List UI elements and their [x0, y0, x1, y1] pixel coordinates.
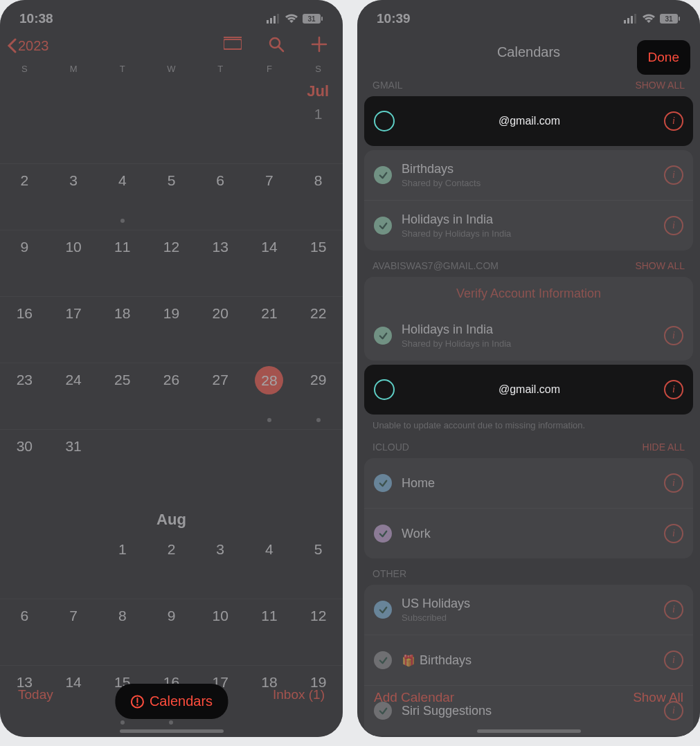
home-indicator[interactable]: [120, 729, 224, 733]
day-cell[interactable]: 3: [196, 533, 245, 599]
day-cell[interactable]: 27: [196, 363, 245, 429]
info-icon[interactable]: i: [664, 600, 683, 619]
list-view-icon[interactable]: [224, 37, 242, 55]
info-icon[interactable]: i: [664, 524, 683, 543]
day-cell[interactable]: 31: [49, 430, 98, 495]
calendar-row[interactable]: Holidays in IndiaShared by Holidays in I…: [364, 200, 693, 251]
day-cell[interactable]: 6: [196, 164, 245, 230]
day-cell[interactable]: 9: [0, 230, 49, 296]
unchecked-ring-icon[interactable]: [374, 379, 395, 400]
day-cell[interactable]: 24: [49, 363, 98, 429]
day-cell[interactable]: [245, 98, 294, 163]
day-cell[interactable]: 14: [245, 230, 294, 296]
day-cell[interactable]: 4: [98, 164, 147, 230]
checked-icon[interactable]: [374, 327, 392, 345]
day-cell[interactable]: 20: [196, 297, 245, 363]
unchecked-ring-icon[interactable]: [374, 111, 395, 131]
day-cell[interactable]: 9: [147, 599, 196, 665]
day-cell[interactable]: 23: [0, 363, 49, 429]
search-icon[interactable]: [268, 36, 285, 55]
info-icon[interactable]: i: [664, 165, 683, 185]
day-cell[interactable]: 12: [294, 599, 343, 665]
day-cell[interactable]: 30: [0, 430, 49, 495]
day-cell[interactable]: 5: [147, 164, 196, 230]
day-cell[interactable]: 18: [98, 297, 147, 363]
day-cell[interactable]: [0, 533, 49, 599]
calendar-title: Birthdays: [402, 162, 654, 176]
day-cell[interactable]: [98, 98, 147, 163]
month-label-aug[interactable]: Aug: [0, 511, 343, 529]
calendars-button[interactable]: Calendars: [115, 684, 228, 719]
day-cell[interactable]: 15: [294, 230, 343, 296]
day-cell[interactable]: 8: [98, 599, 147, 665]
inbox-button[interactable]: Inbox (1): [273, 687, 325, 702]
day-cell[interactable]: 11: [98, 230, 147, 296]
day-cell[interactable]: 2: [147, 533, 196, 599]
today-button[interactable]: Today: [18, 687, 53, 702]
day-cell[interactable]: 28: [245, 363, 294, 429]
day-cell[interactable]: 7: [49, 599, 98, 665]
verify-account-button[interactable]: Verify Account Information: [364, 277, 693, 311]
calendar-row[interactable]: Worki: [364, 508, 693, 558]
checked-icon[interactable]: [374, 525, 392, 543]
calendar-row[interactable]: Holidays in IndiaShared by Holidays in I…: [364, 311, 693, 361]
checked-icon[interactable]: [374, 166, 392, 184]
info-icon[interactable]: i: [664, 651, 683, 670]
show-all-button[interactable]: Show All: [633, 690, 683, 705]
info-icon[interactable]: i: [664, 380, 683, 399]
ava-account-row[interactable]: @gmail.com i: [364, 365, 693, 415]
day-cell[interactable]: 26: [147, 363, 196, 429]
day-cell[interactable]: [147, 98, 196, 163]
gmail-account-row[interactable]: @gmail.com i: [364, 96, 693, 146]
day-cell[interactable]: 16: [0, 297, 49, 363]
day-cell[interactable]: 13: [196, 230, 245, 296]
day-cell[interactable]: 2: [0, 164, 49, 230]
day-cell[interactable]: 11: [245, 599, 294, 665]
day-cell[interactable]: 25: [98, 363, 147, 429]
day-cell[interactable]: 22: [294, 297, 343, 363]
hide-all-icloud[interactable]: HIDE ALL: [643, 442, 685, 453]
day-cell[interactable]: 3: [49, 164, 98, 230]
day-cell[interactable]: [0, 98, 49, 163]
day-cell[interactable]: [147, 430, 196, 495]
day-cell[interactable]: 6: [0, 599, 49, 665]
show-all-gmail[interactable]: SHOW ALL: [635, 80, 685, 91]
day-cell[interactable]: 5: [294, 533, 343, 599]
day-cell[interactable]: 10: [49, 230, 98, 296]
day-cell[interactable]: 10: [196, 599, 245, 665]
show-all-ava[interactable]: SHOW ALL: [635, 260, 685, 271]
info-icon[interactable]: i: [664, 216, 683, 235]
calendar-row[interactable]: Homei: [364, 458, 693, 508]
day-cell[interactable]: 1: [98, 533, 147, 599]
day-cell[interactable]: [49, 533, 98, 599]
day-cell[interactable]: 8: [294, 164, 343, 230]
day-cell[interactable]: 19: [147, 297, 196, 363]
day-cell[interactable]: 12: [147, 230, 196, 296]
back-to-year-button[interactable]: 2023: [7, 38, 49, 54]
home-indicator[interactable]: [477, 729, 581, 733]
day-cell[interactable]: [196, 430, 245, 495]
info-icon[interactable]: i: [664, 326, 683, 345]
calendar-row[interactable]: BirthdaysShared by Contactsi: [364, 150, 693, 200]
day-cell[interactable]: [98, 430, 147, 495]
day-cell[interactable]: 4: [245, 533, 294, 599]
checked-icon[interactable]: [374, 601, 392, 619]
checked-icon[interactable]: [374, 474, 392, 492]
add-event-icon[interactable]: [311, 36, 327, 55]
info-icon[interactable]: i: [664, 111, 683, 131]
day-cell[interactable]: [196, 98, 245, 163]
day-cell[interactable]: 17: [49, 297, 98, 363]
day-cell[interactable]: 7: [245, 164, 294, 230]
calendar-row[interactable]: US HolidaysSubscribedi: [364, 585, 693, 635]
info-icon[interactable]: i: [664, 473, 683, 493]
day-cell[interactable]: [49, 98, 98, 163]
checked-icon[interactable]: [374, 651, 392, 669]
day-cell[interactable]: [294, 430, 343, 495]
day-cell[interactable]: 29: [294, 363, 343, 429]
day-cell[interactable]: 1: [294, 98, 343, 163]
day-cell[interactable]: [245, 430, 294, 495]
done-button[interactable]: Done: [637, 40, 690, 75]
day-cell[interactable]: 21: [245, 297, 294, 363]
checked-icon[interactable]: [374, 217, 392, 235]
add-calendar-button[interactable]: Add Calendar: [374, 690, 454, 705]
